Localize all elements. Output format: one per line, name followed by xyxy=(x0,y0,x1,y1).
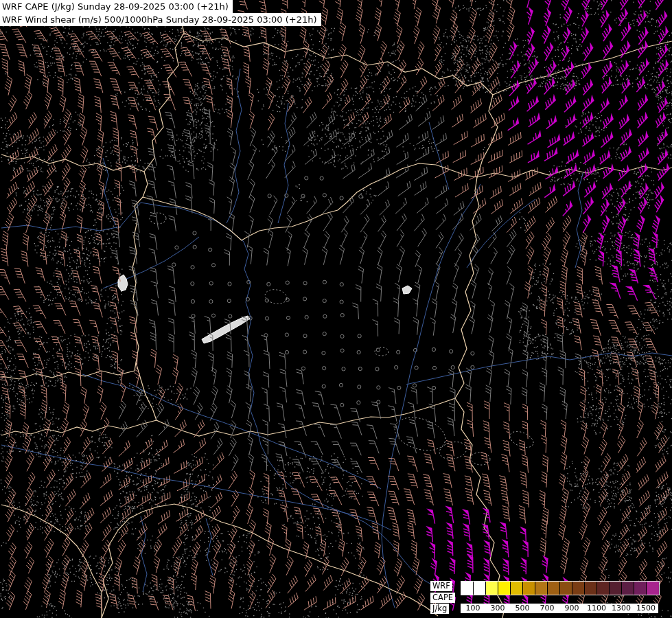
legend-swatch xyxy=(585,582,597,595)
legend-swatch xyxy=(548,582,560,595)
legend-tick-label: 900 xyxy=(565,604,579,613)
legend-swatch xyxy=(634,582,647,595)
cape-legend: WRF CAPE J/kg 10030050070090011001300150… xyxy=(430,581,660,614)
legend-swatch xyxy=(461,582,474,595)
legend-tick-label: 1500 xyxy=(636,604,656,613)
legend-swatch xyxy=(597,582,610,595)
legend-swatch xyxy=(560,582,572,595)
legend-param-label: CAPE xyxy=(430,593,455,603)
legend-unit-label: J/kg xyxy=(430,604,449,614)
legend-swatch xyxy=(474,582,486,595)
legend-swatch xyxy=(535,582,548,595)
legend-colorbar xyxy=(461,581,660,595)
legend-tick-label: 100 xyxy=(466,604,480,613)
legend-tick-label: 700 xyxy=(540,604,555,613)
legend-swatch xyxy=(523,582,535,595)
legend-swatch xyxy=(572,582,585,595)
legend-scale: 100300500700900110013001500 xyxy=(461,581,660,614)
legend-scale-labels: 100300500700900110013001500 xyxy=(461,604,658,613)
weather-map-canvas xyxy=(0,0,672,618)
title-cape: WRF CAPE (J/kg) Sunday 28-09-2025 03:00 … xyxy=(0,0,233,13)
legend-tick-label: 1100 xyxy=(587,604,606,613)
legend-tick-label: 500 xyxy=(515,604,530,613)
legend-swatch xyxy=(622,582,634,595)
legend-swatch xyxy=(610,582,622,595)
legend-swatch xyxy=(498,582,511,595)
legend-labels: WRF CAPE J/kg xyxy=(430,581,455,614)
title-wind-shear: WRF Wind shear (m/s) 500/1000hPa Sunday … xyxy=(0,13,321,26)
legend-swatch xyxy=(486,582,498,595)
legend-swatch xyxy=(647,582,659,595)
map-titles: WRF CAPE (J/kg) Sunday 28-09-2025 03:00 … xyxy=(0,0,321,26)
legend-tick-label: 1300 xyxy=(612,604,631,613)
legend-model-label: WRF xyxy=(430,581,452,591)
legend-tick-label: 300 xyxy=(491,604,505,613)
weather-map: WRF CAPE (J/kg) Sunday 28-09-2025 03:00 … xyxy=(0,0,672,618)
legend-swatch xyxy=(511,582,523,595)
